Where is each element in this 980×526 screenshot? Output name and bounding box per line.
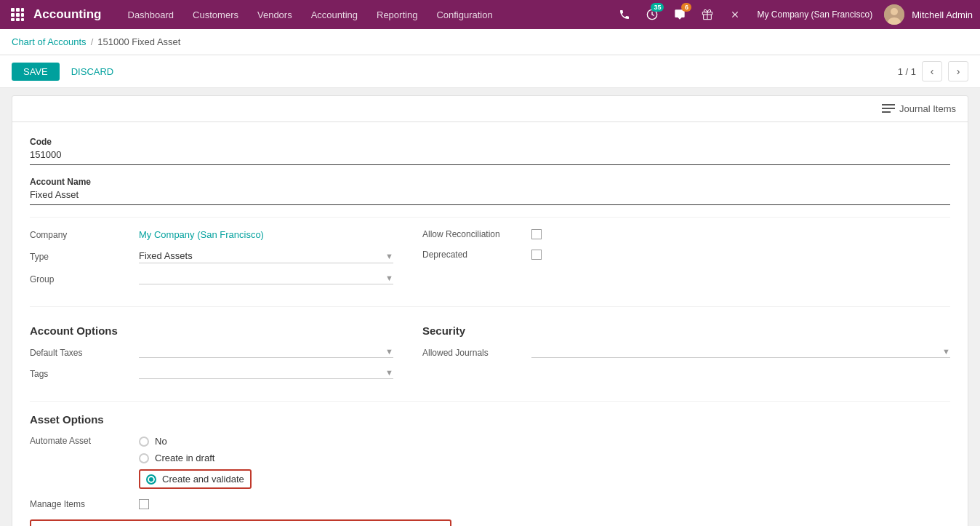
nav-item-accounting[interactable]: Accounting (302, 7, 366, 23)
deprecated-label: Deprecated (422, 250, 524, 260)
radio-no-label: No (155, 436, 167, 447)
svg-rect-13 (882, 104, 895, 105)
svg-rect-7 (16, 18, 20, 21)
company-name: My Company (San Francisco) (757, 9, 872, 20)
asset-options-title: Asset Options (30, 413, 950, 426)
allowed-journals-dropdown-icon: ▼ (942, 347, 950, 356)
close-icon[interactable] (725, 4, 745, 25)
card-tab-header: Journal Items (12, 96, 968, 122)
form-body: Code 151000 Account Name Fixed Asset Com… (12, 122, 968, 526)
save-button[interactable]: SAVE (12, 63, 60, 81)
default-taxes-select[interactable]: ▼ (139, 347, 393, 358)
tags-row: Tags ▼ (30, 368, 393, 379)
allow-reconciliation-checkbox[interactable] (531, 229, 542, 239)
group-row: Group ▼ (30, 274, 393, 284)
allow-reconciliation-row: Allow Reconciliation (422, 229, 950, 239)
manage-items-checkbox[interactable] (139, 499, 149, 509)
nav-item-customers[interactable]: Customers (184, 7, 247, 23)
breadcrumb-parent[interactable]: Chart of Accounts (12, 36, 87, 47)
next-record-button[interactable]: › (948, 61, 968, 81)
deprecated-row: Deprecated (422, 250, 950, 260)
radio-no-circle (139, 437, 149, 447)
journal-items-label: Journal Items (899, 103, 956, 114)
clock-icon[interactable]: 35 (642, 4, 662, 25)
svg-rect-15 (882, 111, 891, 113)
clock-badge: 35 (651, 3, 664, 12)
allowed-journals-row: Allowed Journals ▼ (422, 347, 950, 358)
chat-icon[interactable]: 6 (670, 4, 690, 25)
account-options-section: Account Options Default Taxes ▼ Tags (30, 319, 950, 389)
group-label: Group (30, 274, 132, 284)
group-select[interactable]: ▼ (139, 274, 393, 284)
svg-rect-0 (11, 8, 15, 12)
svg-rect-5 (21, 13, 24, 17)
code-value[interactable]: 151000 (30, 149, 950, 165)
breadcrumb-current: 151000 Fixed Asset (97, 36, 180, 47)
two-col-section: Company My Company (San Francisco) Type … (30, 229, 950, 295)
deprecated-checkbox[interactable] (531, 250, 542, 260)
journal-items-button[interactable]: Journal Items (882, 103, 956, 114)
automate-asset-radio-group: No Create in draft Create and validate (139, 436, 252, 489)
default-taxes-dropdown-icon: ▼ (385, 347, 393, 356)
gift-icon[interactable] (697, 4, 718, 25)
breadcrumb: Chart of Accounts / 151000 Fixed Asset (0, 29, 980, 55)
phone-icon[interactable] (614, 4, 635, 25)
svg-point-11 (891, 8, 898, 15)
type-select[interactable]: Fixed Assets ▼ (139, 250, 393, 263)
nav-item-vendors[interactable]: Vendors (249, 7, 301, 23)
radio-create-and-validate-circle (146, 474, 156, 485)
radio-create-in-draft-circle (139, 453, 149, 463)
asset-options-section: Asset Options Automate Asset No Create i… (30, 413, 950, 526)
nav-item-configuration[interactable]: Configuration (427, 7, 501, 23)
account-name-value[interactable]: Fixed Asset (30, 189, 950, 205)
code-field-group: Code 151000 (30, 137, 950, 165)
default-taxes-label: Default Taxes (30, 348, 132, 358)
radio-create-in-draft-label: Create in draft (155, 453, 214, 463)
pagination-text: 1 / 1 (898, 66, 916, 77)
allowed-journals-select[interactable]: ▼ (531, 347, 950, 358)
user-name: Mitchell Admin (912, 9, 973, 20)
svg-rect-2 (21, 8, 24, 12)
allowed-journals-label: Allowed Journals (422, 348, 524, 358)
app-brand: Accounting (33, 7, 102, 22)
tags-dropdown-icon: ▼ (385, 368, 393, 377)
col-right: Allow Reconciliation Deprecated (422, 229, 950, 295)
automate-asset-row: Automate Asset No Create in draft (30, 436, 950, 489)
code-label: Code (30, 137, 950, 147)
svg-rect-6 (11, 18, 15, 21)
avatar[interactable] (884, 4, 904, 25)
discard-button[interactable]: DISCARD (65, 63, 120, 81)
toolbar-right: 1 / 1 ‹ › (898, 61, 968, 81)
svg-rect-4 (16, 13, 20, 17)
company-label: Company (30, 230, 132, 240)
nav-item-reporting[interactable]: Reporting (368, 7, 426, 23)
type-label: Type (30, 252, 132, 262)
toolbar: SAVE DISCARD 1 / 1 ‹ › (0, 55, 980, 88)
radio-create-and-validate[interactable]: Create and validate (139, 469, 252, 489)
svg-rect-14 (882, 108, 895, 109)
top-navigation: Accounting Dashboard Customers Vendors A… (0, 0, 980, 29)
svg-rect-3 (11, 13, 15, 17)
account-options-title: Account Options (30, 324, 393, 337)
prev-record-button[interactable]: ‹ (922, 61, 942, 81)
account-name-field-group: Account Name Fixed Asset (30, 177, 950, 205)
svg-rect-1 (16, 8, 20, 12)
account-name-label: Account Name (30, 177, 950, 187)
radio-no[interactable]: No (139, 436, 252, 447)
radio-create-in-draft[interactable]: Create in draft (139, 453, 252, 463)
company-row: Company My Company (San Francisco) (30, 229, 393, 240)
chat-badge: 6 (681, 3, 691, 12)
type-value: Fixed Assets (139, 250, 382, 261)
radio-create-and-validate-label: Create and validate (162, 474, 244, 485)
col-left: Company My Company (San Francisco) Type … (30, 229, 393, 295)
apps-menu-icon[interactable] (7, 4, 28, 25)
tags-select[interactable]: ▼ (139, 368, 393, 379)
nav-item-dashboard[interactable]: Dashboard (119, 7, 183, 23)
type-dropdown-icon: ▼ (385, 252, 393, 260)
form-card: Journal Items Code 151000 Account Name F… (12, 95, 968, 526)
default-taxes-row: Default Taxes ▼ (30, 347, 393, 358)
company-value[interactable]: My Company (San Francisco) (139, 229, 264, 240)
asset-model-row: Asset Model Asset Model for Laptop(5 yea… (30, 519, 451, 526)
manage-items-label: Manage Items (30, 499, 132, 509)
account-options-col: Account Options Default Taxes ▼ Tags (30, 319, 393, 389)
